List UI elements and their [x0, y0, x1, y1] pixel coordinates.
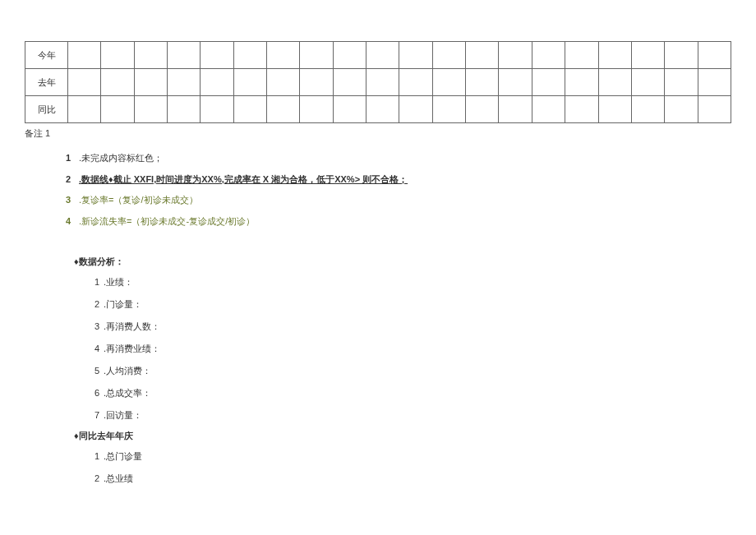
analysis-number: 3	[90, 321, 104, 331]
table-cell	[631, 69, 664, 96]
table-cell	[68, 69, 101, 96]
note-number: 3	[66, 193, 79, 208]
table-cell	[432, 42, 465, 69]
note-item: 3.复诊率=（复诊/初诊未成交）	[25, 190, 731, 211]
table-cell	[466, 69, 499, 96]
analysis-item: 4.再消费业绩：	[74, 338, 731, 360]
note-text: .新诊流失率=（初诊未成交-复诊成交/初诊）	[79, 216, 255, 226]
table-cell	[134, 42, 167, 69]
analysis-number: 1	[90, 277, 104, 287]
table-body: 今年去年同比	[25, 42, 731, 123]
table-cell	[499, 69, 532, 96]
table-cell	[698, 96, 731, 123]
table-cell	[68, 96, 101, 123]
table-cell	[300, 69, 333, 96]
table-cell	[68, 42, 101, 69]
table-cell	[399, 69, 432, 96]
analysis-item: 1.总门诊量	[74, 445, 731, 468]
note-item: 1.未完成内容标红色；	[25, 148, 731, 169]
table-cell	[565, 69, 598, 96]
analysis-number: 6	[90, 388, 104, 398]
note-item: 2.数据线♦截止 XXFI,时间进度为XX%,完成率在 X 湘为合格，低于XX%…	[25, 169, 731, 191]
analysis-text: .再消费人数：	[104, 321, 160, 331]
notes-title: 备注 1	[25, 127, 731, 140]
analysis-text: .总成交率：	[104, 388, 151, 398]
table-cell	[665, 96, 698, 123]
table-cell	[300, 42, 333, 69]
row-label: 去年	[25, 69, 68, 96]
table-cell	[631, 96, 664, 123]
table-cell	[598, 69, 631, 96]
note-text: .复诊率=（复诊/初诊未成交）	[79, 195, 198, 205]
analysis-number: 5	[90, 366, 104, 376]
table-row: 去年	[25, 69, 731, 96]
table-cell	[267, 69, 300, 96]
note-number: 2	[66, 173, 79, 187]
analysis-text: .门诊量：	[104, 299, 142, 309]
analysis-item: 3.再消费人数：	[74, 316, 731, 338]
comparison-table: 今年去年同比	[25, 41, 731, 123]
table-cell	[366, 42, 399, 69]
note-number: 1	[66, 151, 79, 166]
table-cell	[399, 42, 432, 69]
table-cell	[631, 42, 664, 69]
analysis-item: 2.总业绩	[74, 468, 731, 490]
table-cell	[598, 42, 631, 69]
table-cell	[499, 42, 532, 69]
analysis-item: 6.总成交率：	[74, 382, 731, 404]
table-cell	[698, 69, 731, 96]
table-cell	[432, 69, 465, 96]
note-text: .未完成内容标红色；	[79, 153, 163, 163]
analysis-item: 1.业绩：	[74, 271, 731, 293]
table-cell	[665, 69, 698, 96]
analysis-text: .回访量：	[104, 410, 142, 420]
table-cell	[665, 42, 698, 69]
analysis-number: 2	[90, 473, 104, 483]
table-cell	[134, 69, 167, 96]
table-row: 今年	[25, 42, 731, 69]
table-cell	[598, 96, 631, 123]
analysis-list-2: 1.总门诊量2.总业绩	[74, 445, 731, 490]
analysis-section: ♦数据分析： 1.业绩：2.门诊量：3.再消费人数：4.再消费业绩：5.人均消费…	[0, 232, 756, 490]
table-cell	[233, 69, 266, 96]
notes-section: 备注 1 1.未完成内容标红色；2.数据线♦截止 XXFI,时间进度为XX%,完…	[0, 123, 756, 232]
row-label: 今年	[25, 42, 68, 69]
table-cell	[201, 96, 233, 123]
table-cell	[532, 42, 565, 69]
note-item: 4.新诊流失率=（初诊未成交-复诊成交/初诊）	[25, 211, 731, 233]
table-cell	[565, 96, 598, 123]
table-cell	[366, 96, 399, 123]
analysis-item: 5.人均消费：	[74, 360, 731, 382]
table-cell	[399, 96, 432, 123]
table-cell	[698, 42, 731, 69]
table-cell	[300, 96, 333, 123]
analysis-number: 2	[90, 299, 104, 309]
table-cell	[233, 42, 266, 69]
table-cell	[565, 42, 598, 69]
analysis-number: 4	[90, 344, 104, 353]
note-text: .数据线♦截止 XXFI,时间进度为XX%,完成率在 X 湘为合格，低于XX%>…	[79, 174, 408, 184]
analysis-item: 2.门诊量：	[74, 293, 731, 316]
table-cell	[267, 96, 300, 123]
analysis-text: .业绩：	[104, 277, 133, 287]
analysis-text: .再消费业绩：	[104, 344, 160, 353]
table-cell	[333, 69, 366, 96]
table-cell	[532, 69, 565, 96]
analysis-text: .总门诊量	[104, 451, 142, 461]
analysis-text: .总业绩	[104, 473, 133, 483]
data-table-wrapper: 今年去年同比	[0, 0, 756, 123]
notes-list: 1.未完成内容标红色；2.数据线♦截止 XXFI,时间进度为XX%,完成率在 X…	[25, 148, 731, 232]
row-label: 同比	[25, 96, 68, 123]
table-cell	[168, 42, 201, 69]
table-cell	[432, 96, 465, 123]
table-cell	[233, 96, 266, 123]
note-number: 4	[66, 214, 79, 229]
table-cell	[333, 96, 366, 123]
table-cell	[532, 96, 565, 123]
table-cell	[168, 96, 201, 123]
table-cell	[499, 96, 532, 123]
analysis-list-1: 1.业绩：2.门诊量：3.再消费人数：4.再消费业绩：5.人均消费：6.总成交率…	[74, 271, 731, 427]
table-cell	[101, 69, 134, 96]
table-cell	[201, 42, 233, 69]
table-cell	[134, 96, 167, 123]
